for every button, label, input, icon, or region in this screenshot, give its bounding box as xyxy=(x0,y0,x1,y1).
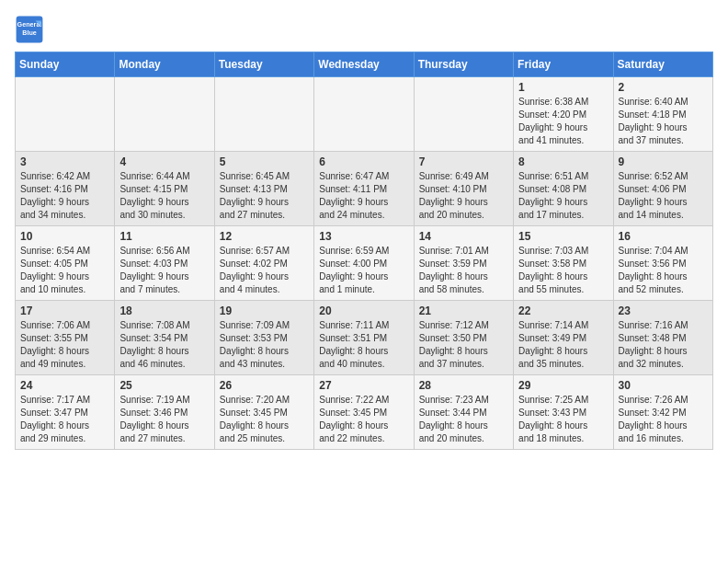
day-info: Sunrise: 7:16 AM Sunset: 3:48 PM Dayligh… xyxy=(619,319,708,371)
day-cell-25: 25Sunrise: 7:19 AM Sunset: 3:46 PM Dayli… xyxy=(115,375,214,450)
day-number: 26 xyxy=(220,379,309,392)
day-cell-15: 15Sunrise: 7:03 AM Sunset: 3:58 PM Dayli… xyxy=(514,226,613,301)
day-number: 13 xyxy=(319,230,408,243)
day-number: 25 xyxy=(119,379,209,392)
day-number: 16 xyxy=(619,230,708,243)
day-info: Sunrise: 6:44 AM Sunset: 4:15 PM Dayligh… xyxy=(119,170,209,222)
day-cell-2: 2Sunrise: 6:40 AM Sunset: 4:18 PM Daylig… xyxy=(613,77,712,152)
day-info: Sunrise: 7:25 AM Sunset: 3:43 PM Dayligh… xyxy=(518,394,608,445)
calendar-header: SundayMondayTuesdayWednesdayThursdayFrid… xyxy=(16,52,713,77)
day-info: Sunrise: 7:09 AM Sunset: 3:53 PM Dayligh… xyxy=(220,319,309,371)
day-cell-19: 19Sunrise: 7:09 AM Sunset: 3:53 PM Dayli… xyxy=(214,301,313,375)
day-cell-11: 11Sunrise: 6:56 AM Sunset: 4:03 PM Dayli… xyxy=(115,226,214,301)
day-number: 15 xyxy=(518,230,608,243)
day-info: Sunrise: 7:20 AM Sunset: 3:45 PM Dayligh… xyxy=(220,394,309,445)
day-cell-23: 23Sunrise: 7:16 AM Sunset: 3:48 PM Dayli… xyxy=(613,301,712,375)
day-info: Sunrise: 7:17 AM Sunset: 3:47 PM Dayligh… xyxy=(20,394,109,445)
day-info: Sunrise: 6:52 AM Sunset: 4:06 PM Dayligh… xyxy=(619,170,708,222)
day-cell-21: 21Sunrise: 7:12 AM Sunset: 3:50 PM Dayli… xyxy=(414,301,513,375)
weekday-header-saturday: Saturday xyxy=(613,52,712,77)
day-number: 8 xyxy=(518,155,608,168)
weekday-header-tuesday: Tuesday xyxy=(214,52,313,77)
week-row-3: 10Sunrise: 6:54 AM Sunset: 4:05 PM Dayli… xyxy=(16,226,713,301)
empty-cell xyxy=(16,77,115,152)
day-number: 23 xyxy=(619,304,708,317)
day-number: 14 xyxy=(419,230,508,243)
day-info: Sunrise: 6:49 AM Sunset: 4:10 PM Dayligh… xyxy=(419,170,508,222)
day-cell-24: 24Sunrise: 7:17 AM Sunset: 3:47 PM Dayli… xyxy=(16,375,115,450)
weekday-header-sunday: Sunday xyxy=(16,52,115,77)
day-info: Sunrise: 7:03 AM Sunset: 3:58 PM Dayligh… xyxy=(518,245,608,296)
day-number: 20 xyxy=(319,304,408,317)
day-cell-12: 12Sunrise: 6:57 AM Sunset: 4:02 PM Dayli… xyxy=(214,226,313,301)
day-info: Sunrise: 6:40 AM Sunset: 4:18 PM Dayligh… xyxy=(619,96,708,147)
day-info: Sunrise: 6:42 AM Sunset: 4:16 PM Dayligh… xyxy=(20,170,109,222)
week-row-5: 24Sunrise: 7:17 AM Sunset: 3:47 PM Dayli… xyxy=(16,375,713,450)
day-info: Sunrise: 7:06 AM Sunset: 3:55 PM Dayligh… xyxy=(20,319,109,371)
logo-icon: General Blue xyxy=(15,15,44,44)
day-cell-16: 16Sunrise: 7:04 AM Sunset: 3:56 PM Dayli… xyxy=(613,226,712,301)
day-info: Sunrise: 6:59 AM Sunset: 4:00 PM Dayligh… xyxy=(319,245,408,296)
day-number: 2 xyxy=(619,81,708,94)
day-info: Sunrise: 6:45 AM Sunset: 4:13 PM Dayligh… xyxy=(220,170,309,222)
day-info: Sunrise: 7:19 AM Sunset: 3:46 PM Dayligh… xyxy=(119,394,209,445)
weekday-header-wednesday: Wednesday xyxy=(314,52,414,77)
day-cell-26: 26Sunrise: 7:20 AM Sunset: 3:45 PM Dayli… xyxy=(214,375,313,450)
day-number: 18 xyxy=(119,304,209,317)
day-cell-20: 20Sunrise: 7:11 AM Sunset: 3:51 PM Dayli… xyxy=(314,301,414,375)
day-number: 24 xyxy=(20,379,109,392)
day-number: 28 xyxy=(419,379,508,392)
svg-text:Blue: Blue xyxy=(22,29,37,37)
day-cell-13: 13Sunrise: 6:59 AM Sunset: 4:00 PM Dayli… xyxy=(314,226,414,301)
weekday-header-friday: Friday xyxy=(514,52,613,77)
day-info: Sunrise: 7:26 AM Sunset: 3:42 PM Dayligh… xyxy=(619,394,708,445)
day-number: 10 xyxy=(20,230,109,243)
logo: General Blue xyxy=(15,15,44,44)
day-info: Sunrise: 7:01 AM Sunset: 3:59 PM Dayligh… xyxy=(419,245,508,296)
week-row-1: 1Sunrise: 6:38 AM Sunset: 4:20 PM Daylig… xyxy=(16,77,713,152)
weekday-header-thursday: Thursday xyxy=(414,52,513,77)
day-number: 9 xyxy=(619,155,708,168)
empty-cell xyxy=(214,77,313,152)
day-number: 5 xyxy=(220,155,309,168)
day-cell-28: 28Sunrise: 7:23 AM Sunset: 3:44 PM Dayli… xyxy=(414,375,513,450)
day-info: Sunrise: 7:04 AM Sunset: 3:56 PM Dayligh… xyxy=(619,245,708,296)
day-cell-9: 9Sunrise: 6:52 AM Sunset: 4:06 PM Daylig… xyxy=(613,152,712,226)
day-number: 6 xyxy=(319,155,408,168)
day-number: 19 xyxy=(220,304,309,317)
day-number: 17 xyxy=(20,304,109,317)
day-cell-17: 17Sunrise: 7:06 AM Sunset: 3:55 PM Dayli… xyxy=(16,301,115,375)
day-number: 21 xyxy=(419,304,508,317)
day-info: Sunrise: 7:12 AM Sunset: 3:50 PM Dayligh… xyxy=(419,319,508,371)
calendar-table: SundayMondayTuesdayWednesdayThursdayFrid… xyxy=(15,52,713,450)
day-info: Sunrise: 6:54 AM Sunset: 4:05 PM Dayligh… xyxy=(20,245,109,296)
weekday-row: SundayMondayTuesdayWednesdayThursdayFrid… xyxy=(16,52,713,77)
day-number: 27 xyxy=(319,379,408,392)
day-info: Sunrise: 6:47 AM Sunset: 4:11 PM Dayligh… xyxy=(319,170,408,222)
day-cell-3: 3Sunrise: 6:42 AM Sunset: 4:16 PM Daylig… xyxy=(16,152,115,226)
calendar-body: 1Sunrise: 6:38 AM Sunset: 4:20 PM Daylig… xyxy=(16,77,713,450)
day-info: Sunrise: 7:08 AM Sunset: 3:54 PM Dayligh… xyxy=(119,319,209,371)
day-number: 11 xyxy=(119,230,209,243)
empty-cell xyxy=(115,77,214,152)
day-cell-10: 10Sunrise: 6:54 AM Sunset: 4:05 PM Dayli… xyxy=(16,226,115,301)
day-info: Sunrise: 7:11 AM Sunset: 3:51 PM Dayligh… xyxy=(319,319,408,371)
day-cell-14: 14Sunrise: 7:01 AM Sunset: 3:59 PM Dayli… xyxy=(414,226,513,301)
day-number: 1 xyxy=(518,81,608,94)
empty-cell xyxy=(414,77,513,152)
day-number: 12 xyxy=(220,230,309,243)
day-info: Sunrise: 7:23 AM Sunset: 3:44 PM Dayligh… xyxy=(419,394,508,445)
day-number: 30 xyxy=(619,379,708,392)
day-cell-8: 8Sunrise: 6:51 AM Sunset: 4:08 PM Daylig… xyxy=(514,152,613,226)
day-number: 22 xyxy=(518,304,608,317)
day-cell-4: 4Sunrise: 6:44 AM Sunset: 4:15 PM Daylig… xyxy=(115,152,214,226)
day-info: Sunrise: 6:57 AM Sunset: 4:02 PM Dayligh… xyxy=(220,245,309,296)
empty-cell xyxy=(314,77,414,152)
day-number: 4 xyxy=(119,155,209,168)
day-cell-5: 5Sunrise: 6:45 AM Sunset: 4:13 PM Daylig… xyxy=(214,152,313,226)
day-info: Sunrise: 6:38 AM Sunset: 4:20 PM Dayligh… xyxy=(518,96,608,147)
day-info: Sunrise: 7:22 AM Sunset: 3:45 PM Dayligh… xyxy=(319,394,408,445)
day-cell-1: 1Sunrise: 6:38 AM Sunset: 4:20 PM Daylig… xyxy=(514,77,613,152)
day-cell-7: 7Sunrise: 6:49 AM Sunset: 4:10 PM Daylig… xyxy=(414,152,513,226)
day-number: 29 xyxy=(518,379,608,392)
